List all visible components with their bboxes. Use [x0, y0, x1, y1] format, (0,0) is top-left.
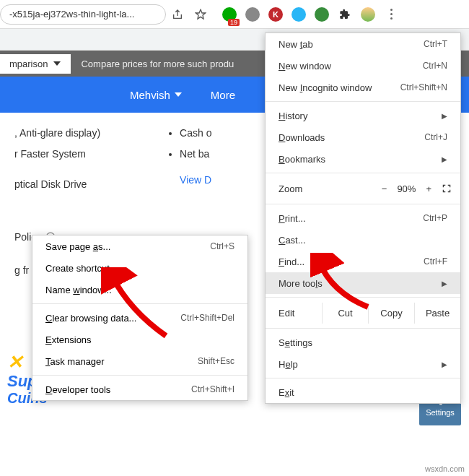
menu-exit[interactable]: Exit: [266, 381, 460, 403]
zoom-out-button[interactable]: −: [382, 183, 387, 194]
menu-cast[interactable]: Cast...: [266, 229, 460, 251]
submenu-task-manager[interactable]: Task managerShift+Esc: [32, 350, 247, 372]
star-icon[interactable]: [192, 6, 209, 23]
extensions-row: 19 K: [218, 6, 403, 23]
promo-text: Compare prices for more such produ: [81, 59, 234, 69]
menu-zoom: Zoom − 90% +: [266, 176, 460, 201]
share-icon[interactable]: [169, 6, 186, 23]
feature-item: r Faster System: [14, 144, 100, 165]
ext-icon-3[interactable]: K: [267, 6, 284, 23]
annotation-arrow-1: [310, 253, 375, 311]
menu-help[interactable]: Help▶: [266, 353, 460, 375]
zoom-level: 90%: [397, 183, 416, 194]
feature-item: ptical Disk Drive: [14, 174, 100, 195]
ext-icon-5[interactable]: [313, 6, 330, 23]
profile-icon[interactable]: [359, 6, 377, 23]
menu-dots-icon[interactable]: [382, 6, 400, 23]
feature-item: , Anti-glare display): [14, 123, 100, 144]
annotation-arrow-2: [101, 267, 173, 339]
ext-icon-2[interactable]: [244, 6, 261, 23]
submenu-save-page[interactable]: Save page as...Ctrl+S: [32, 235, 247, 257]
menu-new-tab[interactable]: New tabCtrl+T: [266, 33, 460, 55]
menu-history[interactable]: History▶: [266, 105, 460, 126]
menu-new-window[interactable]: New windowCtrl+N: [266, 55, 460, 77]
edit-paste[interactable]: Paste: [414, 303, 460, 324]
feature-item: Net ba: [180, 144, 211, 165]
menu-print[interactable]: Print...Ctrl+P: [266, 207, 460, 229]
menu-incognito[interactable]: New Incognito windowCtrl+Shift+N: [266, 77, 460, 98]
browser-toolbar: -x515ja-ej372ws-thin-light-la... 19 K: [0, 0, 469, 29]
address-bar[interactable]: -x515ja-ej372ws-thin-light-la...: [0, 4, 166, 25]
menu-bookmarks[interactable]: Bookmarks▶: [266, 148, 460, 170]
comparison-button[interactable]: mparison: [0, 54, 71, 74]
more-menu[interactable]: More: [211, 89, 235, 101]
fullscreen-icon[interactable]: [442, 183, 452, 194]
feature-item: Cash o: [180, 123, 211, 144]
chrome-main-menu: New tabCtrl+T New windowCtrl+N New Incog…: [265, 33, 461, 404]
submenu-developer-tools[interactable]: Developer toolsCtrl+Shift+I: [32, 378, 247, 400]
watermark: wsxdn.com: [425, 464, 465, 473]
ext-icon-1[interactable]: 19: [221, 6, 238, 23]
zoom-in-button[interactable]: +: [426, 183, 431, 194]
puzzle-icon[interactable]: [336, 6, 354, 23]
svg-text:✕: ✕: [7, 351, 24, 373]
ext-icon-4[interactable]: [290, 6, 307, 23]
user-menu[interactable]: Mehvish: [130, 89, 182, 101]
menu-settings[interactable]: Settings: [266, 332, 460, 353]
view-link[interactable]: View D: [180, 170, 211, 191]
menu-downloads[interactable]: DownloadsCtrl+J: [266, 126, 460, 148]
